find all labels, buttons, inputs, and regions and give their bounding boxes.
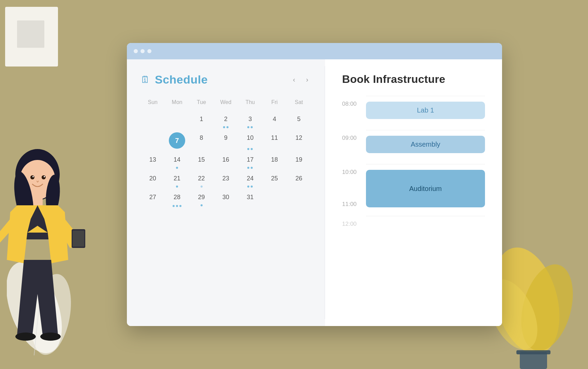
slot-content-1000: Auditorium [366,164,485,207]
date-empty-end2 [287,189,311,208]
calendar-days-header: Sun Mon Tue Wed Thu Fri Sat [141,97,311,108]
svg-point-21 [32,176,34,177]
day-wed: Wed [214,97,238,108]
calendar-icon: 🗓 [141,74,150,85]
time-1000: 10:00 [342,164,366,176]
svg-rect-16 [73,231,84,247]
svg-point-18 [40,333,61,341]
calendar-title: Schedule [155,73,208,86]
date-7-today[interactable]: 7 [165,130,189,151]
frame-decoration [5,7,58,67]
browser-dot-2 [141,49,145,53]
svg-point-17 [15,333,36,341]
svg-point-22 [44,176,45,177]
time-0800: 08:00 [342,96,366,107]
date-26[interactable]: 26 [287,170,311,189]
svg-rect-7 [516,350,550,354]
character-illustration [0,130,95,369]
date-2[interactable]: 2 [214,111,238,130]
date-empty [141,111,165,130]
date-1[interactable]: 1 [189,111,214,130]
right-panel: Book Infrastructure 08:00 Lab 1 09:00 As… [325,59,502,326]
date-20[interactable]: 20 [141,170,165,189]
calendar-nav: ‹ › [290,74,311,85]
date-12[interactable]: 12 [287,130,311,151]
date-empty-6 [141,130,165,151]
date-18[interactable]: 18 [262,151,286,170]
next-month-button[interactable]: › [303,74,311,85]
svg-point-20 [42,175,46,179]
prev-month-button[interactable]: ‹ [290,74,298,85]
time-1100: 11:00 [342,196,366,208]
browser-titlebar [127,43,502,59]
booking-card-assembly[interactable]: Assembly [366,136,485,153]
time-slot-1200: 12:00 [342,216,485,228]
calendar-dates: 1 2 3 4 5 7 8 [141,111,311,208]
booking-title: Book Infrastructure [342,73,485,86]
calendar-grid: Sun Mon Tue Wed Thu Fri Sat 1 2 [141,97,311,208]
date-28[interactable]: 28 [165,189,189,208]
calendar-title-group: 🗓 Schedule [141,73,208,86]
date-31[interactable]: 31 [238,189,262,208]
date-19[interactable]: 19 [287,151,311,170]
svg-point-19 [30,175,34,179]
date-3[interactable]: 3 [238,111,262,130]
frame-inner [17,20,44,48]
time-slot-0800: 08:00 Lab 1 [342,96,485,126]
calendar-header: 🗓 Schedule ‹ › [141,73,311,86]
slot-content-0900: Assembly [366,130,485,160]
day-sat: Sat [287,97,311,108]
slot-content-0800: Lab 1 [366,96,485,126]
day-mon: Mon [165,97,189,108]
date-22[interactable]: 22 [189,170,214,189]
browser-window: 🗓 Schedule ‹ › Sun Mon Tue Wed Thu Fri S… [127,43,502,326]
slot-content-1200 [366,216,485,228]
date-17[interactable]: 17 [238,151,262,170]
date-11[interactable]: 11 [262,130,286,151]
date-15[interactable]: 15 [189,151,214,170]
day-sun: Sun [141,97,165,108]
date-empty [165,111,189,130]
date-25[interactable]: 25 [262,170,286,189]
date-21[interactable]: 21 [165,170,189,189]
time-slot-0900: 09:00 Assembly [342,130,485,160]
date-13[interactable]: 13 [141,151,165,170]
booking-card-lab1[interactable]: Lab 1 [366,102,485,119]
date-14[interactable]: 14 [165,151,189,170]
date-5[interactable]: 5 [287,111,311,130]
browser-dot-3 [147,49,151,53]
date-9[interactable]: 9 [214,130,238,151]
date-23[interactable]: 23 [214,170,238,189]
date-4[interactable]: 4 [262,111,286,130]
date-24[interactable]: 24 [238,170,262,189]
date-30[interactable]: 30 [214,189,238,208]
browser-content: 🗓 Schedule ‹ › Sun Mon Tue Wed Thu Fri S… [127,59,502,326]
day-thu: Thu [238,97,262,108]
calendar-panel: 🗓 Schedule ‹ › Sun Mon Tue Wed Thu Fri S… [127,59,325,326]
date-10[interactable]: 10 [238,130,262,151]
time-slot-1000: 10:00 11:00 Auditorium [342,164,485,208]
date-29[interactable]: 29 [189,189,214,208]
browser-dot-1 [134,49,138,53]
svg-rect-6 [520,352,547,369]
day-tue: Tue [189,97,214,108]
time-0900: 09:00 [342,130,366,142]
day-fri: Fri [262,97,286,108]
date-16[interactable]: 16 [214,151,238,170]
date-8[interactable]: 8 [189,130,214,151]
time-1200: 12:00 [342,216,366,227]
date-27[interactable]: 27 [141,189,165,208]
date-empty-end1 [262,189,286,208]
booking-card-auditorium[interactable]: Auditorium [366,170,485,207]
